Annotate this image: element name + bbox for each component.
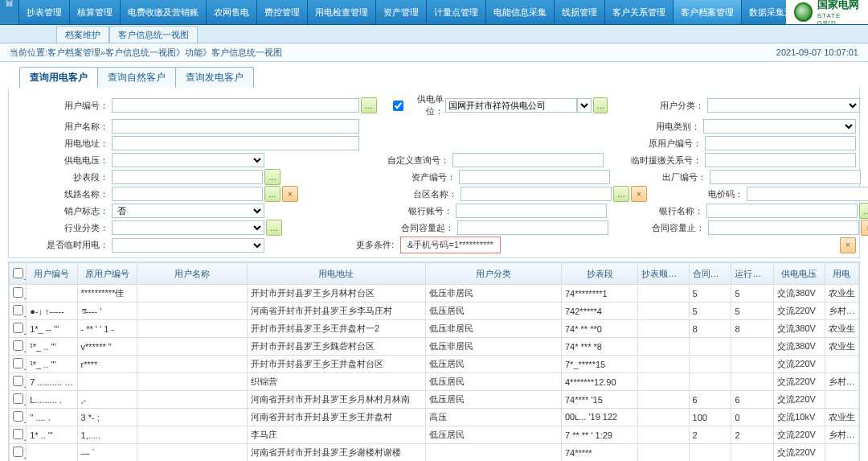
lbl-asset-no: 资产编号：	[359, 171, 459, 183]
row-chk[interactable]	[13, 376, 23, 386]
cell-name	[137, 373, 247, 391]
top-nav-item-11[interactable]: 客户档案管理	[674, 0, 742, 24]
select-temp-use[interactable]	[112, 238, 264, 253]
col-3[interactable]: 用电地址	[247, 263, 425, 285]
cell-addr: 河南省开封市开封县罗王乡月林村月林南	[247, 391, 425, 409]
table-row[interactable]: '' .... .3 *- ;河南省开封市开封县罗王乡王井盘村高压00ւ... …	[10, 409, 859, 426]
table-row[interactable]: 1* .. '"1,.....李马庄低压居民7 ** ** ' 1:2922交流…	[10, 426, 859, 444]
top-nav-item-4[interactable]: 费控管理	[257, 0, 308, 24]
cell-name	[137, 338, 247, 356]
sub-tab-archive[interactable]: 档案维护	[56, 26, 109, 43]
input-cap-from[interactable]	[457, 220, 608, 235]
select-user-class[interactable]	[707, 98, 860, 113]
row-chk[interactable]	[13, 393, 23, 404]
cell-seg: 00ւ... '19 122	[562, 409, 638, 426]
input-user-no[interactable]	[112, 98, 359, 113]
col-1[interactable]: 原用户编号	[77, 263, 137, 285]
cell-uid: 1* .. '"	[27, 426, 77, 444]
top-nav-item-9[interactable]: 线损管理	[555, 0, 605, 24]
input-addr[interactable]	[112, 136, 359, 150]
top-nav-item-7[interactable]: 计量点管理	[427, 0, 486, 24]
table-row[interactable]: ¹*_ .. '"r****开封市开封县罗王乡王井盘村台区低压居民7*_****…	[10, 356, 859, 373]
cell-run: 5	[731, 285, 774, 303]
input-supply-unit[interactable]	[445, 98, 578, 113]
sub-tab-customer-view[interactable]: 客户信息统一视图	[109, 26, 198, 43]
chk-all[interactable]	[13, 268, 23, 278]
top-nav-item-10[interactable]: 客户关系管理	[605, 0, 674, 24]
row-chk[interactable]	[13, 429, 23, 439]
more-criteria-value[interactable]: &手机号码=1**********	[400, 237, 501, 253]
top-nav-item-2[interactable]: 电费收缴及营销账	[121, 0, 207, 24]
col-6[interactable]: 抄表顺序号	[638, 263, 689, 285]
row-chk[interactable]	[13, 340, 23, 351]
table-row[interactable]: 7 .......... .3.1织锦营低压居民4*******12.90交流2…	[10, 373, 859, 391]
input-asset-no[interactable]	[459, 170, 610, 184]
select-voltage[interactable]	[112, 153, 264, 167]
col-7[interactable]: 合同容量	[689, 263, 731, 285]
cell-use	[825, 356, 858, 373]
cell-cls: 高压	[425, 409, 561, 426]
pick-supply-unit-icon[interactable]: …	[593, 97, 608, 113]
select-cancel[interactable]: 否	[112, 204, 264, 218]
input-cap-to[interactable]	[708, 220, 859, 235]
table-row[interactable]: **********佳开封市开封县罗王乡月林村台区低压非居民74********…	[10, 285, 859, 303]
pick-tg-icon[interactable]: …	[613, 186, 629, 202]
input-bank-name[interactable]	[706, 204, 858, 218]
tab-power-customer[interactable]: 查询用电客户	[19, 67, 98, 88]
table-row[interactable]: ●-↓ ↑-----ూ---- '河南省开封市开封县罗王乡李马庄村低压居民742…	[10, 303, 859, 320]
pick-line-icon[interactable]: …	[264, 186, 280, 202]
row-chk[interactable]	[13, 305, 23, 315]
top-nav-item-0[interactable]: 抄表管理	[19, 0, 70, 24]
input-factory-no[interactable]	[710, 170, 861, 184]
input-price[interactable]	[747, 187, 868, 201]
row-chk[interactable]	[13, 411, 23, 422]
col-10[interactable]: 用电	[825, 263, 858, 285]
col-4[interactable]: 用户分类	[425, 263, 561, 285]
row-chk[interactable]	[13, 447, 23, 457]
col-9[interactable]: 供电电压	[774, 263, 825, 285]
top-nav-item-6[interactable]: 资产管理	[376, 0, 427, 24]
table-row[interactable]: L......... .,-河南省开封市开封县罗王乡月林村月林南低压居民74**…	[10, 391, 859, 409]
table-row[interactable]: ¹*_ .. '"v****** "开封市开封县罗王乡魏砦村台区低压非居民74*…	[10, 338, 859, 356]
clear-cap-icon[interactable]: ×	[861, 220, 868, 236]
top-nav-item-12[interactable]: 数据采集治理	[742, 0, 787, 24]
top-nav-item-1[interactable]: 核算管理	[70, 0, 121, 24]
select-industry[interactable]	[112, 220, 264, 235]
lbl-cap-from: 合同容量起：	[358, 222, 457, 234]
input-user-name[interactable]	[112, 119, 359, 134]
input-bank-acct[interactable]	[456, 204, 607, 218]
clear-all-icon[interactable]: ×	[840, 237, 856, 253]
table-row[interactable]: ― `河南省开封市开封县罗王乡谢楼村谢楼74*****交流220V	[10, 444, 859, 462]
top-nav-item-3[interactable]: 农网售电	[207, 0, 257, 24]
clear-tg-icon[interactable]: ×	[631, 186, 647, 202]
input-temp-rel[interactable]	[705, 153, 856, 167]
cell-name	[137, 444, 247, 462]
pick-industry-icon[interactable]: …	[266, 220, 282, 236]
input-tg[interactable]	[461, 187, 612, 201]
pick-meter-seg-icon[interactable]: …	[264, 169, 280, 185]
clear-line-icon[interactable]: ×	[282, 186, 298, 202]
select-use-type[interactable]	[703, 119, 856, 134]
input-orig-no[interactable]	[705, 136, 856, 150]
row-chk[interactable]	[13, 287, 23, 298]
pick-user-no-icon[interactable]: …	[361, 97, 377, 113]
input-line[interactable]	[112, 187, 263, 201]
row-chk[interactable]	[13, 323, 23, 333]
tab-natural-customer[interactable]: 查询自然客户	[97, 67, 176, 88]
cell-orig: ,-	[77, 391, 137, 409]
input-meter-seg[interactable]	[112, 170, 263, 184]
table-row[interactable]: 1*_ -- '"- ** ' ' 1 -开封市开封县罗王乡王井盘村一2低压非居…	[10, 320, 859, 338]
top-nav-item-5[interactable]: 用电检查管理	[308, 0, 376, 24]
cell-volt: 交流220V	[774, 391, 825, 409]
select-supply-unit[interactable]	[577, 98, 592, 113]
input-custom-q[interactable]	[452, 153, 604, 167]
col-5[interactable]: 抄表段	[562, 263, 638, 285]
col-2[interactable]: 用户名称	[137, 263, 247, 285]
col-8[interactable]: 运行容量	[731, 263, 774, 285]
col-0[interactable]: 用户编号	[27, 263, 77, 285]
pick-bank-icon[interactable]: …	[859, 203, 868, 219]
chk-supply-unit[interactable]	[393, 101, 403, 111]
top-nav-item-8[interactable]: 电能信息采集	[486, 0, 555, 24]
row-chk[interactable]	[13, 358, 23, 368]
tab-gen-customer[interactable]: 查询发电客户	[175, 67, 254, 88]
